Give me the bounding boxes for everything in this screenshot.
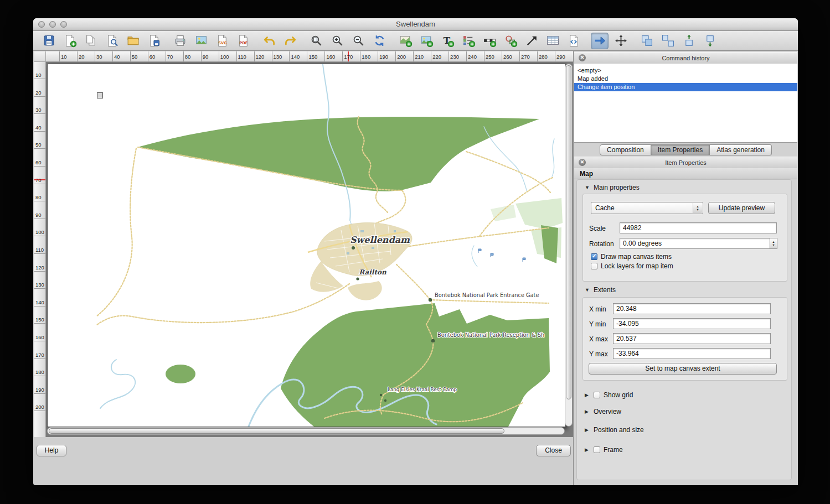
history-item[interactable]: Change item position	[574, 83, 797, 91]
lock-layers-checkbox[interactable]	[591, 263, 597, 269]
tab-item-properties[interactable]: Item Properties	[651, 144, 710, 155]
close-panel-icon[interactable]: ✕	[579, 54, 586, 61]
ymax-field[interactable]: -33.964	[613, 348, 771, 359]
tab-atlas-generation[interactable]: Atlas generation	[710, 144, 772, 155]
tool-add-image[interactable]	[417, 33, 435, 49]
add-image-icon	[420, 34, 434, 48]
ruler-number: 270	[521, 54, 530, 60]
composer-canvas[interactable]: Swellendam Railton Bontebok National Par…	[46, 62, 573, 437]
tool-save-as-template[interactable]	[145, 33, 163, 49]
tool-export-svg[interactable]: SVG	[213, 33, 231, 49]
tool-ungroup-items[interactable]	[659, 33, 677, 49]
ruler-tick	[519, 51, 520, 61]
zoom-window-button[interactable]	[60, 21, 67, 28]
rotation-field[interactable]: 0.00 degrees	[620, 238, 770, 249]
cache-mode-select[interactable]: Cache ▲▼	[591, 202, 703, 214]
disclosure-icon[interactable]: ▶	[585, 447, 590, 453]
titlebar[interactable]: Swellendam	[33, 18, 798, 31]
tool-add-scalebar[interactable]	[481, 33, 498, 49]
ruler-number: 10	[61, 54, 67, 60]
ruler-tick	[34, 358, 45, 359]
frame-checkbox[interactable]	[594, 446, 600, 453]
tool-export-image[interactable]	[192, 33, 210, 49]
ruler-tick	[34, 253, 45, 254]
section-show-grid: ▶Show grid	[585, 391, 633, 399]
group-items-icon	[640, 34, 654, 48]
close-panel-icon[interactable]: ✕	[579, 159, 586, 166]
tool-add-table[interactable]	[544, 33, 561, 49]
disclosure-icon[interactable]: ▼	[585, 185, 590, 190]
history-item[interactable]: <empty>	[574, 66, 797, 75]
disclosure-icon[interactable]: ▼	[585, 287, 590, 293]
map-label-camp: Lang Elsies Kraal Rest Camp	[388, 387, 457, 392]
ruler-tick	[236, 51, 237, 61]
tool-add-label[interactable]: T	[439, 33, 456, 49]
draw-map-canvas-items-checkbox[interactable]	[591, 253, 597, 260]
disclosure-icon[interactable]: ▶	[585, 409, 590, 414]
minimize-window-button[interactable]	[49, 21, 56, 28]
history-item[interactable]: Map added	[574, 75, 797, 83]
tool-new-composition[interactable]	[61, 33, 79, 49]
tool-save-project[interactable]	[40, 33, 58, 49]
help-button[interactable]: Help	[37, 445, 66, 456]
scale-field[interactable]: 44982	[620, 222, 777, 233]
tool-undo[interactable]	[260, 33, 278, 49]
ruler-tick	[431, 51, 431, 61]
update-preview-button[interactable]: Update preview	[708, 202, 775, 214]
ruler-number: 140	[35, 299, 44, 305]
disclosure-icon[interactable]: ▶	[585, 392, 590, 398]
rotation-label: Rotation	[589, 240, 614, 248]
set-to-map-canvas-extent-button[interactable]: Set to map canvas extent	[589, 363, 777, 375]
export-pdf-icon: PDF	[236, 34, 250, 48]
tool-zoom-out[interactable]	[349, 33, 367, 49]
tool-zoom-full[interactable]	[307, 33, 325, 49]
tool-refresh-view[interactable]	[370, 33, 388, 49]
tool-add-shape[interactable]	[502, 33, 519, 49]
tab-composition[interactable]: Composition	[600, 144, 651, 155]
ruler-number: 90	[203, 54, 209, 60]
ruler-tick	[166, 51, 166, 61]
tool-lower-items[interactable]	[701, 33, 719, 49]
tool-export-pdf[interactable]: PDF	[234, 33, 252, 49]
selection-handle[interactable]	[97, 92, 103, 98]
load-template-icon	[126, 34, 140, 48]
vertical-scrollbar[interactable]	[565, 64, 573, 427]
rotation-stepper[interactable]: ▲▼	[770, 238, 777, 249]
main-properties-header[interactable]: ▼ Main properties	[585, 184, 640, 191]
tool-group-items[interactable]	[638, 33, 656, 49]
tool-select-move-item[interactable]	[591, 33, 609, 49]
horizontal-scrollbar[interactable]	[47, 427, 565, 435]
raise-items-icon	[682, 34, 696, 48]
tool-print[interactable]	[171, 33, 189, 49]
composer-page[interactable]: Swellendam Railton Bontebok National Par…	[47, 64, 566, 427]
combo-arrows-icon[interactable]: ▲▼	[693, 203, 702, 213]
qgis-composer-window: Swellendam SVGPDFT 102030405060708090100…	[33, 18, 798, 485]
ruler-tick	[34, 219, 45, 219]
ymin-field[interactable]: -34.095	[613, 318, 771, 329]
extents-header[interactable]: ▼ Extents	[585, 286, 616, 294]
ruler-tick	[360, 51, 360, 61]
xmin-field[interactable]: 20.348	[613, 303, 771, 314]
tool-add-legend[interactable]	[460, 33, 477, 49]
ruler-tick	[555, 51, 555, 61]
xmax-field[interactable]: 20.537	[613, 333, 771, 344]
tool-redo[interactable]	[281, 33, 299, 49]
tool-raise-items[interactable]	[680, 33, 698, 49]
tool-duplicate-composition[interactable]	[82, 33, 100, 49]
map-item[interactable]: Swellendam Railton Bontebok National Par…	[48, 64, 565, 427]
scrollbar-thumb[interactable]	[566, 65, 571, 399]
show-grid-checkbox[interactable]	[594, 392, 600, 398]
select-move-item-icon	[593, 34, 607, 48]
tool-add-html[interactable]	[565, 33, 582, 49]
tool-add-map[interactable]	[396, 33, 414, 49]
tool-zoom-in[interactable]	[328, 33, 346, 49]
tool-add-arrow[interactable]	[523, 33, 540, 49]
tool-composer-manager[interactable]	[103, 33, 121, 49]
close-window-button[interactable]	[38, 21, 45, 28]
disclosure-icon[interactable]: ▶	[585, 427, 590, 433]
close-button[interactable]: Close	[536, 445, 571, 456]
add-legend-icon	[462, 34, 476, 48]
scrollbar-thumb[interactable]	[49, 428, 504, 434]
tool-move-item-content[interactable]	[612, 33, 630, 49]
tool-load-template[interactable]	[124, 33, 142, 49]
